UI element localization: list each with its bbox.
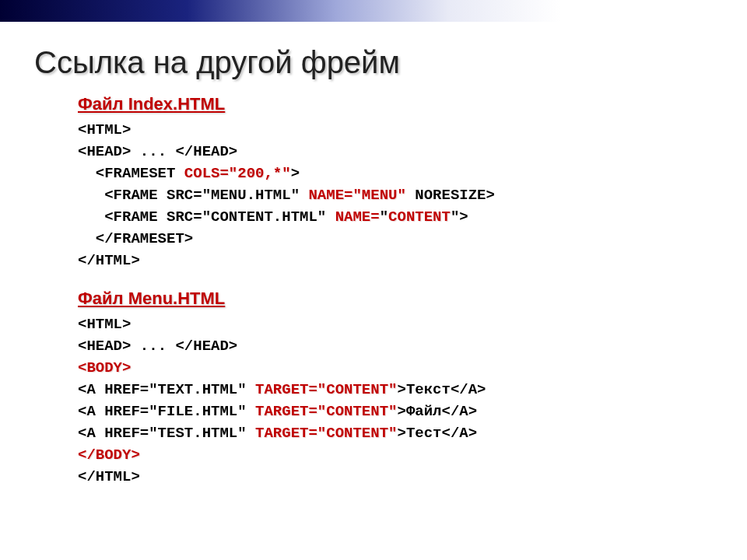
code-attr: NAME= — [335, 208, 380, 226]
code-text: </HEAD> — [175, 338, 237, 355]
code-text: <FRAME SRC="CONTENT.HTML" — [78, 208, 335, 226]
code-block-index: <HTML> <HEAD> ... </HEAD> <FRAMESET COLS… — [78, 119, 713, 271]
code-text: > — [459, 208, 468, 226]
code-text: <HEAD> — [78, 338, 131, 355]
code-attr: TARGET="CONTENT" — [255, 425, 397, 442]
code-text: NORESIZE> — [406, 187, 495, 204]
code-text: " — [451, 208, 459, 226]
topbar-gradient — [0, 0, 747, 22]
code-text: <HEAD> — [78, 143, 131, 160]
code-text: <FRAME SRC="MENU.HTML" — [78, 187, 308, 204]
code-text: <HTML> — [78, 316, 131, 333]
code-tag: </BODY> — [78, 446, 140, 464]
code-attr: TARGET="CONTENT" — [255, 403, 397, 420]
file-label-index: Файл Index.HTML — [78, 94, 713, 114]
code-text: >Файл</A> — [397, 403, 477, 420]
code-text: <A HREF="TEXT.HTML" — [78, 381, 255, 398]
code-text: > — [291, 165, 300, 182]
code-block-menu: <HTML> <HEAD> ... </HEAD> <BODY> <A HREF… — [78, 313, 713, 488]
code-text: ... — [131, 338, 175, 355]
code-text: </HTML> — [78, 252, 140, 269]
slide-title: Ссылка на другой фрейм — [34, 45, 713, 80]
code-tag: <BODY> — [78, 359, 131, 376]
code-text: <A HREF="TEST.HTML" — [78, 425, 255, 442]
slide-content: Файл Index.HTML <HTML> <HEAD> ... </HEAD… — [34, 94, 713, 488]
code-text: </FRAMESET> — [78, 230, 193, 247]
code-text: >Текст</A> — [397, 381, 486, 398]
code-attr: CONTENT — [388, 208, 451, 226]
code-text: ... — [131, 143, 175, 160]
code-text: </HEAD> — [175, 143, 237, 160]
code-text: >Тест</A> — [397, 425, 477, 442]
code-attr: COLS="200,*" — [184, 165, 291, 182]
code-text: <FRAMESET — [78, 165, 184, 182]
code-attr: TARGET="CONTENT" — [255, 381, 397, 398]
slide: Ссылка на другой фрейм Файл Index.HTML <… — [0, 22, 747, 488]
code-attr: NAME="MENU" — [308, 187, 405, 204]
code-text: <HTML> — [78, 121, 131, 138]
code-text: </HTML> — [78, 468, 140, 485]
code-text: " — [380, 208, 388, 226]
file-label-menu: Файл Menu.HTML — [78, 289, 713, 309]
code-text: <A HREF="FILE.HTML" — [78, 403, 255, 420]
